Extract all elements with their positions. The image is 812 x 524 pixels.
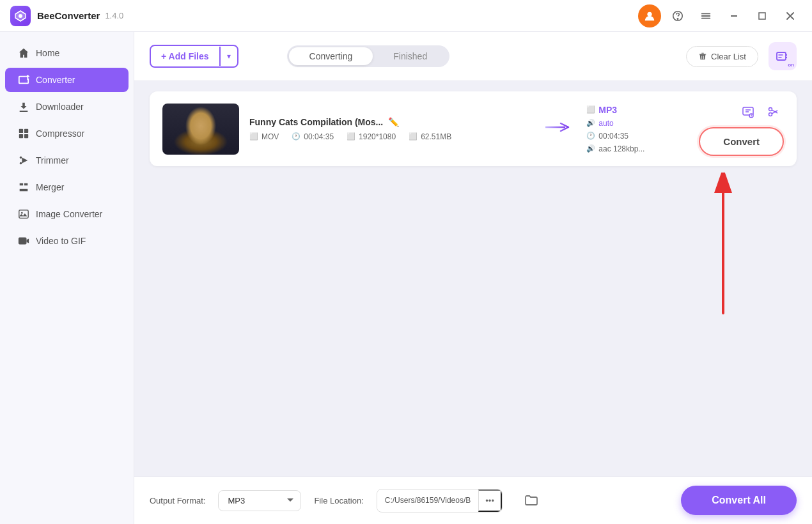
svg-rect-9 [759,13,765,19]
menu-button[interactable] [694,4,717,27]
file-meta-source: ⬜ MOV 🕐 00:04:35 ⬜ 1920*1080 ⬜ [249,132,530,141]
resolution-icon: ⬜ [347,132,355,141]
svg-rect-12 [19,134,23,138]
format-icon: ⬜ [249,132,258,141]
app-logo [10,6,31,26]
folder-button[interactable] [520,489,542,511]
file-thumbnail [162,104,239,155]
help-button[interactable] [666,4,689,27]
clear-list-label: Clear List [711,52,746,61]
gpu-acceleration-button[interactable]: on [769,42,797,70]
sidebar-item-merger[interactable]: Merger [5,175,129,199]
tab-finished[interactable]: Finished [373,47,448,65]
source-resolution: 1920*1080 [359,132,396,141]
output-audio: aac 128kbp... [598,144,644,153]
output-quality-icon: 🔊 [586,119,595,127]
file-location-text: C:/Users/86159/Videos/B [377,491,479,510]
output-audio-icon: 🔊 [586,144,595,153]
format-select[interactable]: MP3 MP4 AVI MKV WAV AAC [218,490,301,511]
window-controls [638,4,802,27]
file-list-area: Funny Cats Compilation (Mos... ✏️ ⬜ MOV … [134,81,812,476]
sidebar-item-trimmer[interactable]: Trimmer [5,148,129,173]
output-quality: auto [598,119,613,128]
titlebar: BeeConverter 1.4.0 [0,0,812,32]
toolbar: + Add Files ▾ Converting Finished Clear … [134,32,812,81]
tab-converting[interactable]: Converting [289,47,373,65]
sidebar-item-downloader[interactable]: Downloader [5,95,129,119]
edit-icon[interactable]: ✏️ [388,117,399,127]
settings-icon-button[interactable] [738,102,758,122]
scissors-icon-button[interactable] [763,102,784,122]
output-duration: 00:04:35 [598,132,629,141]
add-files-dropdown-button[interactable]: ▾ [219,47,237,66]
sidebar-item-converter[interactable]: Converter [5,68,129,92]
svg-rect-6 [701,15,710,17]
svg-rect-11 [24,129,28,133]
svg-rect-10 [19,129,23,133]
action-icons [738,102,784,122]
convert-all-button[interactable]: Convert All [681,486,797,515]
sidebar: Home Converter Downloader Compressor [0,32,134,524]
app-version: 1.4.0 [105,11,123,20]
svg-rect-7 [701,17,710,19]
svg-point-20 [769,108,772,111]
content-area: + Add Files ▾ Converting Finished Clear … [134,32,812,524]
add-files-main-button[interactable]: + Add Files [151,46,219,66]
file-location-label: File Location: [314,496,363,505]
svg-point-21 [769,113,772,116]
svg-rect-14 [19,210,28,219]
file-name: Funny Cats Compilation (Mos... [249,117,383,127]
source-format: MOV [262,132,279,141]
svg-point-2 [647,12,652,16]
maximize-button[interactable] [751,4,774,27]
svg-point-1 [19,14,22,18]
file-location-dots-button[interactable]: ••• [478,489,502,512]
output-info: ⬜ MP3 🔊 auto 🕐 00:04:35 🔊 aac 128kbp... [586,105,689,153]
minimize-button[interactable] [722,4,746,27]
sidebar-item-home[interactable]: Home [5,41,129,65]
add-files-button[interactable]: + Add Files ▾ [150,45,238,68]
output-duration-icon: 🕐 [586,132,595,140]
file-item: Funny Cats Compilation (Mos... ✏️ ⬜ MOV … [150,91,797,166]
bottom-bar: Output Format: MP3 MP4 AVI MKV WAV AAC F… [134,476,812,524]
file-actions: Convert [699,102,784,156]
output-format-icon: ⬜ [586,105,595,114]
svg-rect-5 [701,13,710,14]
output-format: MP3 [598,105,617,115]
file-info: Funny Cats Compilation (Mos... ✏️ ⬜ MOV … [249,117,530,141]
source-size: 62.51MB [421,132,451,141]
file-location-input: C:/Users/86159/Videos/B ••• [377,489,503,512]
sidebar-item-image-converter[interactable]: Image Converter [5,202,129,226]
output-format-label: Output Format: [150,496,205,505]
convert-button[interactable]: Convert [699,127,784,156]
size-icon: ⬜ [409,132,418,141]
tab-group: Converting Finished [287,45,450,67]
clock-icon: 🕐 [292,132,301,141]
clear-list-button[interactable]: Clear List [686,46,758,67]
profile-button[interactable] [638,4,661,27]
svg-point-4 [677,18,678,19]
convert-arrow-icon [545,121,571,137]
close-button[interactable] [779,4,802,27]
source-duration: 00:04:35 [304,132,334,141]
svg-rect-16 [19,238,27,245]
sidebar-item-compressor[interactable]: Compressor [5,121,129,146]
svg-point-15 [21,212,23,214]
svg-rect-8 [731,15,737,17]
svg-rect-17 [777,52,786,60]
app-name: BeeConverter [37,10,100,21]
svg-rect-13 [24,134,28,138]
sidebar-item-video-to-gif[interactable]: Video to GIF [5,229,129,253]
